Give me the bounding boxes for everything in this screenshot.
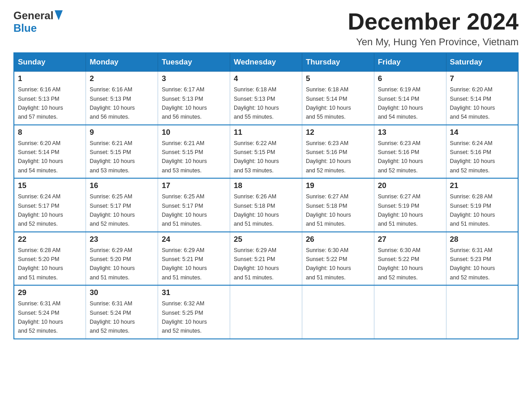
calendar-week-4: 22Sunrise: 6:28 AMSunset: 5:20 PMDayligh… (14, 232, 518, 286)
day-number: 14 (450, 128, 514, 137)
calendar-cell: 21Sunrise: 6:28 AMSunset: 5:19 PMDayligh… (446, 178, 518, 232)
day-info: Sunrise: 6:19 AMSunset: 5:14 PMDaylight:… (378, 86, 423, 120)
calendar-cell: 9Sunrise: 6:21 AMSunset: 5:15 PMDaylight… (86, 125, 158, 179)
calendar-table: SundayMondayTuesdayWednesdayThursdayFrid… (13, 52, 519, 339)
calendar-cell: 15Sunrise: 6:24 AMSunset: 5:17 PMDayligh… (14, 178, 86, 232)
day-number: 10 (162, 128, 226, 137)
day-info: Sunrise: 6:20 AMSunset: 5:14 PMDaylight:… (450, 86, 495, 120)
day-info: Sunrise: 6:28 AMSunset: 5:20 PMDaylight:… (18, 247, 63, 281)
day-info: Sunrise: 6:21 AMSunset: 5:15 PMDaylight:… (90, 140, 135, 174)
calendar-cell: 16Sunrise: 6:25 AMSunset: 5:17 PMDayligh… (86, 178, 158, 232)
calendar-week-5: 29Sunrise: 6:31 AMSunset: 5:24 PMDayligh… (14, 285, 518, 339)
calendar-cell: 12Sunrise: 6:23 AMSunset: 5:16 PMDayligh… (302, 125, 374, 179)
calendar-cell (302, 285, 374, 339)
calendar-cell: 17Sunrise: 6:25 AMSunset: 5:17 PMDayligh… (158, 178, 230, 232)
location-title: Yen My, Hung Yen Province, Vietnam (348, 36, 519, 48)
day-number: 8 (18, 128, 82, 137)
day-info: Sunrise: 6:28 AMSunset: 5:19 PMDaylight:… (450, 193, 495, 227)
day-info: Sunrise: 6:24 AMSunset: 5:16 PMDaylight:… (450, 140, 495, 174)
logo-arrow-icon (55, 10, 63, 22)
calendar-cell: 11Sunrise: 6:22 AMSunset: 5:15 PMDayligh… (230, 125, 302, 179)
day-info: Sunrise: 6:16 AMSunset: 5:13 PMDaylight:… (90, 86, 135, 120)
column-header-wednesday: Wednesday (230, 53, 302, 72)
day-info: Sunrise: 6:23 AMSunset: 5:16 PMDaylight:… (378, 140, 423, 174)
day-number: 20 (378, 181, 442, 190)
calendar-cell: 3Sunrise: 6:17 AMSunset: 5:13 PMDaylight… (158, 72, 230, 125)
day-number: 5 (306, 74, 370, 83)
calendar-cell: 28Sunrise: 6:31 AMSunset: 5:23 PMDayligh… (446, 232, 518, 286)
day-info: Sunrise: 6:32 AMSunset: 5:25 PMDaylight:… (162, 300, 207, 334)
day-number: 26 (306, 235, 370, 244)
day-number: 11 (234, 128, 298, 137)
logo: General Blue (13, 9, 63, 34)
page-header: General Blue December 2024 Yen My, Hung … (13, 9, 519, 48)
day-info: Sunrise: 6:31 AMSunset: 5:24 PMDaylight:… (18, 300, 63, 334)
calendar-cell: 22Sunrise: 6:28 AMSunset: 5:20 PMDayligh… (14, 232, 86, 286)
day-number: 4 (234, 74, 298, 83)
calendar-cell: 29Sunrise: 6:31 AMSunset: 5:24 PMDayligh… (14, 285, 86, 339)
day-number: 2 (90, 74, 154, 83)
day-info: Sunrise: 6:30 AMSunset: 5:22 PMDaylight:… (378, 247, 423, 281)
day-info: Sunrise: 6:18 AMSunset: 5:13 PMDaylight:… (234, 86, 279, 120)
day-number: 19 (306, 181, 370, 190)
calendar-cell: 20Sunrise: 6:27 AMSunset: 5:19 PMDayligh… (374, 178, 446, 232)
day-number: 6 (378, 74, 442, 83)
column-header-tuesday: Tuesday (158, 53, 230, 72)
calendar-cell: 8Sunrise: 6:20 AMSunset: 5:14 PMDaylight… (14, 125, 86, 179)
day-number: 27 (378, 235, 442, 244)
calendar-cell: 31Sunrise: 6:32 AMSunset: 5:25 PMDayligh… (158, 285, 230, 339)
day-info: Sunrise: 6:21 AMSunset: 5:15 PMDaylight:… (162, 140, 207, 174)
title-section: December 2024 Yen My, Hung Yen Province,… (348, 9, 519, 48)
calendar-cell: 14Sunrise: 6:24 AMSunset: 5:16 PMDayligh… (446, 125, 518, 179)
day-number: 22 (18, 235, 82, 244)
calendar-header-row: SundayMondayTuesdayWednesdayThursdayFrid… (14, 53, 518, 72)
calendar-cell: 7Sunrise: 6:20 AMSunset: 5:14 PMDaylight… (446, 72, 518, 125)
column-header-sunday: Sunday (14, 53, 86, 72)
svg-marker-0 (55, 10, 63, 20)
calendar-cell: 5Sunrise: 6:18 AMSunset: 5:14 PMDaylight… (302, 72, 374, 125)
day-number: 9 (90, 128, 154, 137)
calendar-cell: 4Sunrise: 6:18 AMSunset: 5:13 PMDaylight… (230, 72, 302, 125)
month-title: December 2024 (348, 9, 519, 34)
day-number: 16 (90, 181, 154, 190)
day-info: Sunrise: 6:25 AMSunset: 5:17 PMDaylight:… (90, 193, 135, 227)
calendar-cell (446, 285, 518, 339)
day-info: Sunrise: 6:17 AMSunset: 5:13 PMDaylight:… (162, 86, 207, 120)
column-header-monday: Monday (86, 53, 158, 72)
calendar-cell: 2Sunrise: 6:16 AMSunset: 5:13 PMDaylight… (86, 72, 158, 125)
calendar-week-1: 1Sunrise: 6:16 AMSunset: 5:13 PMDaylight… (14, 72, 518, 125)
day-info: Sunrise: 6:20 AMSunset: 5:14 PMDaylight:… (18, 140, 63, 174)
day-number: 28 (450, 235, 514, 244)
day-number: 29 (18, 288, 82, 297)
day-number: 25 (234, 235, 298, 244)
calendar-cell: 25Sunrise: 6:29 AMSunset: 5:21 PMDayligh… (230, 232, 302, 286)
calendar-cell: 23Sunrise: 6:29 AMSunset: 5:20 PMDayligh… (86, 232, 158, 286)
day-number: 17 (162, 181, 226, 190)
day-number: 31 (162, 288, 226, 297)
column-header-thursday: Thursday (302, 53, 374, 72)
day-info: Sunrise: 6:30 AMSunset: 5:22 PMDaylight:… (306, 247, 351, 281)
day-number: 12 (306, 128, 370, 137)
column-header-friday: Friday (374, 53, 446, 72)
calendar-cell: 6Sunrise: 6:19 AMSunset: 5:14 PMDaylight… (374, 72, 446, 125)
calendar-cell: 24Sunrise: 6:29 AMSunset: 5:21 PMDayligh… (158, 232, 230, 286)
calendar-cell: 10Sunrise: 6:21 AMSunset: 5:15 PMDayligh… (158, 125, 230, 179)
day-info: Sunrise: 6:16 AMSunset: 5:13 PMDaylight:… (18, 86, 63, 120)
calendar-cell: 27Sunrise: 6:30 AMSunset: 5:22 PMDayligh… (374, 232, 446, 286)
calendar-cell: 18Sunrise: 6:26 AMSunset: 5:18 PMDayligh… (230, 178, 302, 232)
day-info: Sunrise: 6:27 AMSunset: 5:18 PMDaylight:… (306, 193, 351, 227)
day-info: Sunrise: 6:29 AMSunset: 5:21 PMDaylight:… (234, 247, 279, 281)
day-number: 23 (90, 235, 154, 244)
calendar-week-2: 8Sunrise: 6:20 AMSunset: 5:14 PMDaylight… (14, 125, 518, 179)
day-number: 3 (162, 74, 226, 83)
day-number: 24 (162, 235, 226, 244)
day-info: Sunrise: 6:31 AMSunset: 5:24 PMDaylight:… (90, 300, 135, 334)
day-info: Sunrise: 6:25 AMSunset: 5:17 PMDaylight:… (162, 193, 207, 227)
day-info: Sunrise: 6:31 AMSunset: 5:23 PMDaylight:… (450, 247, 495, 281)
calendar-cell: 19Sunrise: 6:27 AMSunset: 5:18 PMDayligh… (302, 178, 374, 232)
day-number: 13 (378, 128, 442, 137)
day-number: 7 (450, 74, 514, 83)
day-number: 30 (90, 288, 154, 297)
day-info: Sunrise: 6:22 AMSunset: 5:15 PMDaylight:… (234, 140, 279, 174)
day-info: Sunrise: 6:29 AMSunset: 5:21 PMDaylight:… (162, 247, 207, 281)
